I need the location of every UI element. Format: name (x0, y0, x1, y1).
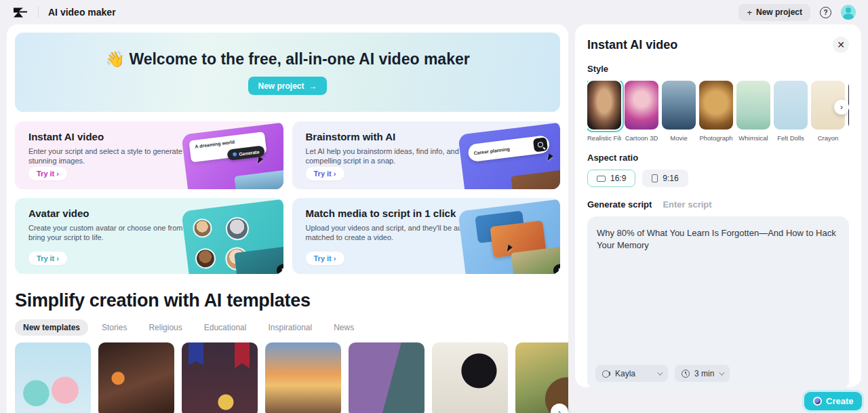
sparkle-icon (233, 152, 237, 157)
aspect-ratio-label: Aspect ratio (587, 153, 849, 163)
help-icon[interactable]: ? (820, 7, 831, 18)
try-it-button[interactable]: Try it › (28, 167, 67, 180)
avatar[interactable] (841, 5, 856, 20)
style-thumbnail (662, 81, 696, 130)
tab-stories[interactable]: Stories (94, 319, 135, 336)
plus-icon: + (747, 7, 752, 18)
cursor-icon (547, 153, 553, 161)
voice-select[interactable]: Kayla (595, 365, 668, 382)
instant-ai-video-panel: Instant AI video ✕ Style Realistic Film … (575, 24, 861, 387)
illustration-search-box: Career planning (467, 135, 550, 162)
credit-icon (813, 397, 822, 406)
script-input[interactable]: Why 80% of What You Learn Is Forgotten—A… (587, 216, 849, 390)
play-icon (553, 186, 560, 189)
duration-select[interactable]: 3 min (675, 365, 730, 382)
capcut-logo-icon[interactable] (12, 7, 28, 18)
new-project-button[interactable]: + New project (738, 4, 810, 21)
style-option-felt-dolls[interactable]: Felt Dolls (774, 81, 808, 142)
tab-religious[interactable]: Religious (140, 319, 190, 336)
welcome-banner: 👋 Welcome to the free, all-in-one AI vid… (15, 33, 560, 112)
page-title: AI video maker (48, 7, 116, 18)
style-option-cartoon-3d[interactable]: Cartoon 3D (625, 81, 658, 142)
portrait-ratio-icon (652, 174, 658, 182)
play-icon (275, 263, 283, 274)
styles-next-button[interactable]: › (834, 100, 849, 115)
style-option-movie[interactable]: Movie (662, 81, 696, 142)
style-carousel: Realistic Film Cartoon 3D Movie Photogra… (587, 81, 849, 142)
chevron-right-icon: › (840, 102, 843, 112)
card-match-media[interactable]: Match media to script in 1 click Upload … (292, 198, 561, 274)
avatar-thumbnail (224, 216, 250, 241)
illustration-video-frame: There are (511, 169, 560, 189)
style-thumbnail (699, 81, 733, 130)
landscape-ratio-icon (597, 176, 606, 182)
tab-educational[interactable]: Educational (196, 319, 255, 336)
style-label: Style (587, 64, 849, 74)
banner-title: 👋 Welcome to the free, all-in-one AI vid… (105, 50, 469, 68)
style-thumbnail (736, 81, 770, 130)
template-thumbnail[interactable] (515, 342, 568, 413)
try-it-button[interactable]: Try it › (306, 252, 344, 265)
template-thumbnail[interactable] (432, 342, 508, 413)
tab-new-templates[interactable]: New templates (15, 319, 88, 336)
template-thumbnail[interactable] (98, 342, 174, 413)
try-it-button[interactable]: Try it › (28, 252, 67, 265)
card-instant-ai-video[interactable]: Instant AI video Enter your script and s… (15, 121, 283, 189)
avatar-thumbnail (194, 248, 216, 270)
aspect-option-16-9[interactable]: 16:9 (587, 170, 635, 187)
panel-title: Instant AI video (587, 38, 677, 52)
voice-icon (602, 370, 610, 378)
chevron-down-icon (719, 370, 725, 375)
tab-inspirational[interactable]: Inspirational (260, 319, 320, 336)
chevron-down-icon (657, 370, 663, 375)
templates-section-title: Simplify creation with AI templates (15, 290, 560, 311)
create-button[interactable]: Create (804, 392, 862, 410)
cursor-icon (257, 157, 263, 165)
template-thumbnail[interactable] (265, 342, 341, 413)
style-thumbnail (625, 81, 658, 130)
play-icon (275, 186, 283, 189)
topbar-divider (38, 7, 39, 18)
card-brainstorm-with-ai[interactable]: Brainstorm with AI Let AI help you brain… (292, 121, 561, 189)
script-controls: Kayla 3 min (595, 365, 730, 382)
card-avatar-video[interactable]: Avatar video Create your custom avatar o… (15, 198, 283, 274)
template-category-tabs: New templates Stories Religious Educatio… (15, 319, 560, 336)
tab-generate-script[interactable]: Generate script (587, 199, 652, 210)
main-content: 👋 Welcome to the free, all-in-one AI vid… (7, 24, 568, 413)
chevron-right-icon: › (558, 407, 561, 413)
template-thumbnail[interactable] (15, 342, 91, 413)
script-mode-tabs: Generate script Enter script (587, 199, 849, 210)
tab-news[interactable]: News (326, 319, 362, 336)
style-thumbnail (774, 81, 808, 130)
match-media-illustration: This is the (458, 199, 560, 274)
feature-cards: Instant AI video Enter your script and s… (15, 121, 560, 274)
banner-new-project-button[interactable]: New project → (248, 77, 326, 95)
avatar-thumbnail (191, 218, 212, 239)
aspect-option-9-16[interactable]: 9:16 (642, 170, 688, 187)
topbar: AI video maker + New project ? (0, 0, 868, 24)
style-option-realistic-film[interactable]: Realistic Film (587, 81, 621, 142)
close-icon[interactable]: ✕ (833, 37, 849, 53)
illustration-video-frame (234, 169, 283, 189)
aspect-ratio-options: 16:9 9:16 (587, 170, 849, 187)
clock-icon (682, 370, 690, 378)
tab-enter-script[interactable]: Enter script (663, 199, 711, 210)
arrow-right-icon: → (309, 81, 317, 91)
play-icon (553, 263, 560, 274)
style-thumbnail (587, 81, 621, 130)
search-icon (533, 137, 548, 152)
new-project-label: New project (756, 7, 802, 17)
script-text: Why 80% of What You Learn Is Forgotten—A… (597, 227, 840, 252)
template-thumbnail[interactable] (182, 342, 258, 413)
template-thumbnails (15, 342, 560, 413)
style-option-photograph[interactable]: Photograph (699, 81, 733, 142)
try-it-button[interactable]: Try it › (306, 167, 344, 180)
avatar-video-illustration: Silicon is (181, 199, 283, 274)
style-option-partial[interactable]: Lo (848, 81, 849, 142)
style-option-whimsical[interactable]: Whimsical (736, 81, 770, 142)
template-thumbnail[interactable] (349, 342, 425, 413)
